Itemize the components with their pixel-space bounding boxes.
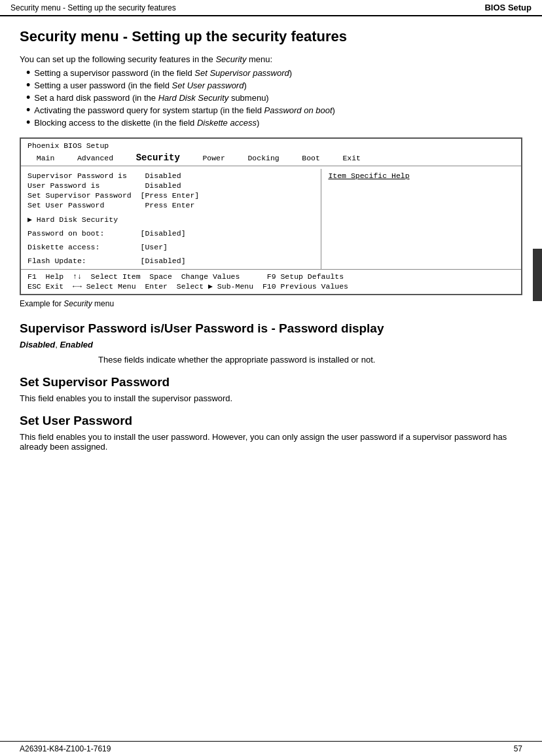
bios-menu-row: Main Advanced Security Power Docking Boo… xyxy=(21,151,521,166)
intro-paragraph: You can set up the following security fe… xyxy=(20,54,522,64)
feature-list: Setting a supervisor password (in the fi… xyxy=(20,68,522,128)
bios-menu-power: Power xyxy=(202,154,225,162)
bios-line: User Password is Disabled xyxy=(27,181,314,190)
section-heading-set-user: Set User Password xyxy=(20,414,522,428)
intro-text-before: You can set up the following security fe… xyxy=(20,54,215,64)
list-item-label: Setting a user password (in the field Se… xyxy=(34,81,246,90)
list-item: Set a hard disk password (in the Hard Di… xyxy=(26,93,522,103)
bios-caption-before: Example for xyxy=(20,299,63,308)
bios-footer-line1: F1 Help ↑↓ Select Item Space Change Valu… xyxy=(27,272,515,281)
section-heading-set-supervisor: Set Supervisor Password xyxy=(20,375,522,389)
set-user-para: This field enables you to install the us… xyxy=(20,432,522,452)
bios-caption-after: menu xyxy=(92,299,114,308)
bios-line: Diskette access: [User] xyxy=(27,243,314,251)
bios-line: Set User Password Press Enter xyxy=(27,201,314,209)
disabled-label: Disabled xyxy=(20,340,55,350)
list-item: Setting a supervisor password (in the fi… xyxy=(26,68,522,79)
bios-menu-advanced: Advanced xyxy=(77,154,113,162)
list-item: Activating the password query for system… xyxy=(26,105,522,116)
set-supervisor-para: This field enables you to install the su… xyxy=(20,393,522,403)
bios-line: ▶ Hard Disk Security xyxy=(27,215,314,224)
main-content: Security menu - Setting up the security … xyxy=(0,16,542,470)
intro-text-after: menu: xyxy=(246,54,272,64)
bios-help-title: Item Specific Help xyxy=(328,171,515,180)
bios-menu-main: Main xyxy=(37,154,55,162)
list-item-label: Activating the password query for system… xyxy=(34,105,335,115)
bios-body: Supervisor Password is Disabled User Pas… xyxy=(21,166,521,269)
list-item-label: Setting a supervisor password (in the fi… xyxy=(34,68,292,78)
list-item-label: Set a hard disk password (in the Hard Di… xyxy=(34,93,268,103)
page-header: Security menu - Setting up the security … xyxy=(0,0,542,16)
header-left: Security menu - Setting up the security … xyxy=(10,3,176,12)
bios-right-panel: Item Specific Help xyxy=(321,169,521,269)
bios-menu-security: Security xyxy=(136,153,180,163)
bios-screenshot: Phoenix BIOS Setup Main Advanced Securit… xyxy=(20,137,522,295)
section-subheading-supervisor: Disabled, Enabled xyxy=(20,340,522,350)
list-item: Setting a user password (in the field Se… xyxy=(26,81,522,91)
footer-right: 57 xyxy=(514,744,522,753)
bios-menu-exit: Exit xyxy=(342,154,361,162)
bios-menu-boot: Boot xyxy=(302,154,320,162)
bios-footer: F1 Help ↑↓ Select Item Space Change Valu… xyxy=(21,269,521,294)
page-title: Security menu - Setting up the security … xyxy=(20,28,522,45)
bios-line: Set Supervisor Password [Press Enter] xyxy=(27,191,314,200)
supervisor-password-para: These fields indicate whether the approp… xyxy=(98,355,522,365)
bios-caption: Example for Security menu xyxy=(20,299,522,308)
right-tab xyxy=(533,249,542,301)
bios-menu-docking: Docking xyxy=(247,154,279,162)
bios-caption-italic: Security xyxy=(63,299,92,308)
list-item: Blocking access to the diskette (in the … xyxy=(26,118,522,128)
list-item-label: Blocking access to the diskette (in the … xyxy=(34,118,259,128)
header-right: BIOS Setup xyxy=(484,3,532,12)
bios-footer-line2: ESC Exit ←→ Select Menu Enter Select ▶ S… xyxy=(27,281,515,291)
page-footer: A26391-K84-Z100-1-7619 57 xyxy=(0,741,542,756)
bios-title: Phoenix BIOS Setup xyxy=(27,141,109,150)
enabled-label: Enabled xyxy=(60,340,93,350)
bios-line: Supervisor Password is Disabled xyxy=(27,171,314,180)
bios-line: Flash Update: [Disabled] xyxy=(27,257,314,265)
intro-italic: Security xyxy=(215,54,246,64)
bios-left-panel: Supervisor Password is Disabled User Pas… xyxy=(21,169,321,269)
footer-left: A26391-K84-Z100-1-7619 xyxy=(20,744,111,753)
section-heading-supervisor-password: Supervisor Password is/User Password is … xyxy=(20,321,522,336)
bios-line: Password on boot: [Disabled] xyxy=(27,229,314,238)
bios-title-row: Phoenix BIOS Setup xyxy=(21,139,521,151)
